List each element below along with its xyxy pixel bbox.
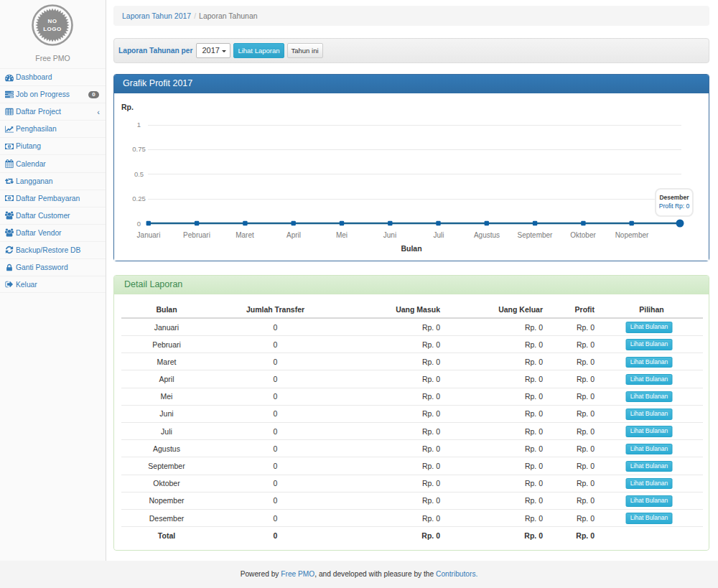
svg-text:NO: NO	[48, 18, 57, 24]
svg-text:LOGO: LOGO	[43, 26, 62, 32]
